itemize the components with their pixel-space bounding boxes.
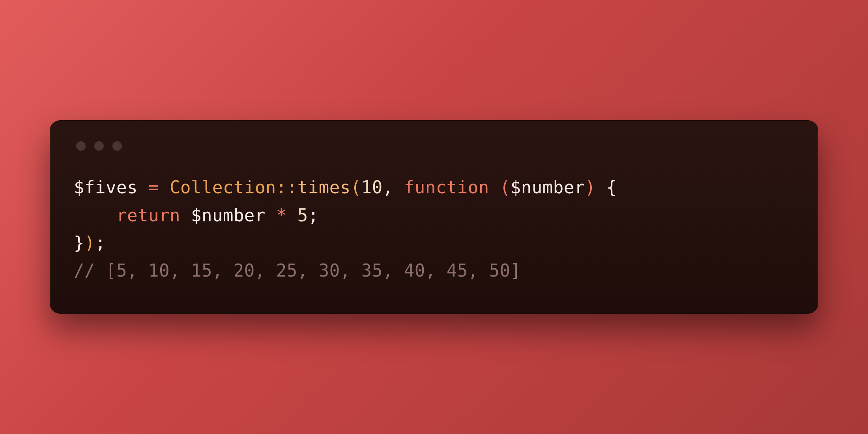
minimize-icon[interactable] — [94, 141, 104, 151]
output-comment: // [5, 10, 15, 20, 25, 30, 35, 40, 45, 5… — [74, 260, 521, 281]
traffic-lights — [74, 141, 794, 151]
close-brace: } — [74, 233, 84, 253]
keyword-return: return — [116, 205, 180, 225]
class-collection: Collection — [170, 177, 276, 197]
code-line-4: // [5, 10, 15, 20, 25, 30, 35, 40, 45, 5… — [74, 260, 521, 281]
code-block: $fives = Collection::times(10, function … — [74, 174, 794, 285]
double-colon: :: — [276, 177, 297, 197]
literal-10: 10 — [361, 177, 383, 197]
code-line-1: $fives = Collection::times(10, function … — [74, 177, 617, 197]
open-brace: { — [606, 177, 617, 197]
equals-operator: = — [148, 177, 159, 197]
keyword-function: function — [404, 177, 489, 197]
close-icon[interactable] — [76, 141, 86, 151]
variable-number: $number — [191, 205, 266, 225]
semicolon: ; — [95, 233, 106, 253]
code-line-3: }); — [74, 233, 106, 253]
param-number: $number — [511, 177, 585, 197]
star-operator: * — [276, 205, 287, 225]
variable-fives: $fives — [74, 177, 138, 197]
literal-5: 5 — [297, 205, 308, 225]
open-paren: ( — [351, 177, 361, 197]
close-paren: ) — [84, 233, 95, 253]
semicolon: ; — [308, 205, 319, 225]
close-paren-inner: ) — [585, 177, 596, 197]
open-paren-inner: ( — [500, 177, 511, 197]
method-times: times — [297, 177, 351, 197]
code-window: $fives = Collection::times(10, function … — [50, 120, 818, 314]
code-line-2: return $number * 5; — [74, 205, 319, 225]
comma: , — [383, 177, 393, 197]
zoom-icon[interactable] — [112, 141, 122, 151]
